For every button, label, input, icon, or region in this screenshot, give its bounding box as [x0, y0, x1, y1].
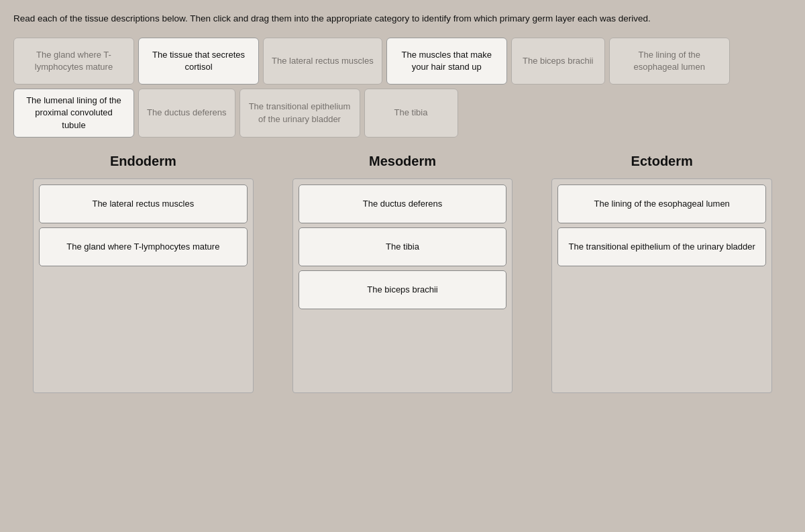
endoderm-column: Endoderm The lateral rectus muscles The … — [13, 154, 273, 393]
tile-transitional-epithelium[interactable]: The transitional epithelium of the urina… — [239, 89, 360, 138]
dropped-transitional-epithelium[interactable]: The transitional epithelium of the urina… — [557, 227, 766, 266]
tile-tissue-cortisol[interactable]: The tissue that secretes cortisol — [138, 38, 259, 85]
ectoderm-drop-zone[interactable]: The lining of the esophageal lumen The t… — [551, 178, 772, 393]
dropped-ductus-deferens[interactable]: The ductus deferens — [299, 184, 507, 223]
categories-section: Endoderm The lateral rectus muscles The … — [13, 154, 792, 393]
tiles-area: The gland where T-lymphocytes mature The… — [13, 38, 792, 138]
dropped-lateral-rectus[interactable]: The lateral rectus muscles — [39, 184, 248, 223]
endoderm-drop-zone[interactable]: The lateral rectus muscles The gland whe… — [33, 178, 254, 393]
dropped-gland-lymphocytes[interactable]: The gland where T-lymphocytes mature — [39, 227, 248, 266]
mesoderm-drop-zone[interactable]: The ductus deferens The tibia The biceps… — [292, 178, 513, 393]
tile-gland-t-lymphocytes[interactable]: The gland where T-lymphocytes mature — [13, 38, 134, 85]
instructions-text: Read each of the tissue descriptions bel… — [13, 12, 792, 25]
tile-ductus-deferens[interactable]: The ductus deferens — [138, 89, 235, 138]
ectoderm-title: Ectoderm — [631, 154, 693, 169]
mesoderm-column: Mesoderm The ductus deferens The tibia T… — [273, 154, 533, 393]
tile-lateral-rectus[interactable]: The lateral rectus muscles — [263, 38, 382, 85]
dropped-biceps-brachii[interactable]: The biceps brachii — [299, 270, 507, 309]
tile-biceps-brachii[interactable]: The biceps brachii — [511, 38, 605, 85]
tile-lumenal-lining[interactable]: The lumenal lining of the proximal convo… — [13, 89, 134, 138]
endoderm-title: Endoderm — [110, 154, 176, 169]
tile-tibia[interactable]: The tibia — [364, 89, 458, 138]
ectoderm-column: Ectoderm The lining of the esophageal lu… — [532, 154, 792, 393]
mesoderm-title: Mesoderm — [369, 154, 436, 169]
tile-lining-esophageal[interactable]: The lining of the esophageal lumen — [609, 38, 730, 85]
dropped-tibia[interactable]: The tibia — [299, 227, 507, 266]
tile-muscles-hair[interactable]: The muscles that make your hair stand up — [386, 38, 507, 85]
dropped-lining-esophageal[interactable]: The lining of the esophageal lumen — [557, 184, 766, 223]
